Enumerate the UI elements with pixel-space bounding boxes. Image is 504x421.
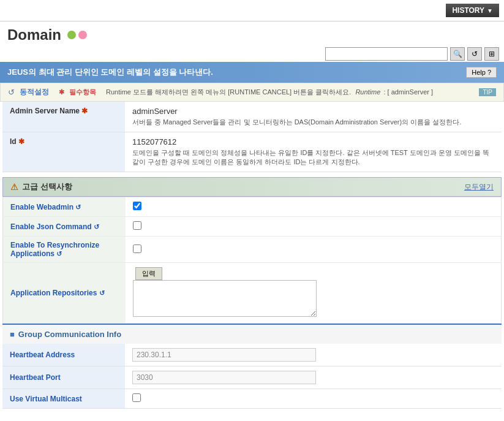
- history-button[interactable]: HISTORY ▼: [446, 4, 499, 17]
- dynamic-icon: ↺: [8, 88, 15, 97]
- search-input[interactable]: [325, 47, 448, 61]
- group-comm-header: ■ Group Communication Info: [2, 324, 502, 344]
- heartbeat-port-value: [125, 366, 502, 389]
- header-text: JEUS의 최대 관리 단위인 도메인 레벨의 설정을 나타낸다.: [7, 67, 213, 78]
- app-repo-refresh-icon: ↺: [99, 289, 105, 297]
- enable-webadmin-checkbox[interactable]: [133, 202, 141, 210]
- virtual-multicast-label: Use Virtual Multicast: [2, 389, 125, 409]
- dynamic-label: 동적설정: [20, 87, 49, 97]
- enable-webadmin-value: [126, 197, 502, 217]
- group-comm-table: Heartbeat Address Heartbeat Port Use Vir…: [2, 344, 502, 409]
- history-label: HISTORY: [452, 6, 484, 15]
- enable-resync-label: Enable To Resynchronize Applications ↺: [3, 237, 126, 263]
- resync-refresh-icon: ↺: [56, 250, 62, 257]
- app-repositories-value: 입력: [126, 263, 502, 324]
- webadmin-refresh-icon: ↺: [75, 203, 81, 211]
- virtual-multicast-checkbox[interactable]: [132, 393, 141, 402]
- top-bar: HISTORY ▼: [0, 0, 504, 21]
- help-button[interactable]: Help ?: [466, 67, 497, 78]
- search-button[interactable]: 🔍: [450, 47, 465, 61]
- enable-webadmin-label: Enable Webadmin ↺: [3, 197, 126, 217]
- id-value: 1152077612: [132, 137, 494, 146]
- admin-server-value: adminServer: [132, 107, 494, 116]
- group-comm-title: Group Communication Info: [18, 330, 121, 339]
- id-row: Id ✱ 1152077612 도메인을 구성할 때 도메인의 정체성을 나타내…: [2, 132, 502, 172]
- enable-json-value: [126, 217, 502, 237]
- heartbeat-port-label: Heartbeat Port: [2, 366, 125, 389]
- id-label: Id ✱: [2, 132, 125, 172]
- id-value-cell: 1152077612 도메인을 구성할 때 도메인의 정체성을 나타내는 유일한…: [125, 132, 502, 172]
- advanced-form-table: Enable Webadmin ↺ Enable Json Command ↺ …: [2, 197, 502, 324]
- runtime-info-text: Runtime 모드를 해제하려면 왼쪽 메뉴의 [RUNTIME CANCEL…: [106, 88, 433, 97]
- virtual-multicast-row: Use Virtual Multicast: [2, 389, 502, 409]
- dot-pink-icon: [78, 31, 87, 39]
- heartbeat-port-row: Heartbeat Port: [2, 366, 502, 389]
- required-label: 필수항목: [69, 88, 96, 97]
- header-bar: JEUS의 최대 관리 단위인 도메인 레벨의 설정을 나타낸다. Help ?: [0, 62, 504, 83]
- grid-button[interactable]: ⊞: [484, 47, 499, 61]
- id-desc: 도메인을 구성할 때 도메인의 정체성을 나타내는 유일한 ID를 지정한다. …: [132, 148, 494, 167]
- enable-resync-value: [126, 237, 502, 263]
- info-bar: ↺ 동적설정 ✱ 필수항목 Runtime 모드를 해제하려면 왼쪽 메뉴의 […: [0, 83, 504, 102]
- app-repositories-row: Application Repositories ↺ 입력: [3, 263, 502, 324]
- json-refresh-icon: ↺: [94, 223, 99, 230]
- enable-json-label: Enable Json Command ↺: [3, 217, 126, 237]
- virtual-multicast-value: [125, 389, 502, 409]
- admin-server-row: Admin Server Name ✱ adminServer 서버들 중 Ma…: [2, 102, 502, 132]
- admin-server-value-cell: adminServer 서버들 중 Managed Server들을 관리 및 …: [125, 102, 502, 132]
- heartbeat-address-input[interactable]: [132, 348, 316, 362]
- heartbeat-port-input[interactable]: [132, 371, 316, 384]
- admin-server-required-icon: ✱: [81, 107, 88, 115]
- enable-resync-checkbox[interactable]: [133, 245, 141, 253]
- warning-icon: ⚠: [10, 182, 18, 192]
- search-bar: 🔍 ↺ ⊞: [0, 46, 504, 62]
- tip-badge: TIP: [479, 88, 496, 96]
- title-area: Domain: [0, 21, 504, 46]
- enable-webadmin-row: Enable Webadmin ↺: [3, 197, 502, 217]
- admin-server-desc: 서버들 중 Managed Server들을 관리 및 모니터링하는 DAS(D…: [132, 118, 494, 127]
- app-repositories-textarea[interactable]: [133, 280, 317, 317]
- enable-resync-row: Enable To Resynchronize Applications ↺: [3, 237, 502, 263]
- heartbeat-address-value: [125, 344, 502, 366]
- refresh-button[interactable]: ↺: [467, 47, 482, 61]
- app-repositories-label: Application Repositories ↺: [3, 263, 126, 324]
- advanced-section-header[interactable]: ⚠ 고급 선택사항 모두열기: [2, 177, 502, 197]
- page-title: Domain: [7, 26, 61, 44]
- group-comm-icon: ■: [10, 330, 15, 339]
- enable-json-checkbox[interactable]: [133, 221, 141, 230]
- heartbeat-address-row: Heartbeat Address: [2, 344, 502, 366]
- main-content: Admin Server Name ✱ adminServer 서버들 중 Ma…: [0, 102, 504, 409]
- app-repo-input-button[interactable]: 입력: [135, 267, 162, 280]
- expand-all-link[interactable]: 모두열기: [464, 182, 494, 192]
- id-required-icon: ✱: [18, 137, 24, 146]
- advanced-title: ⚠ 고급 선택사항: [10, 181, 72, 192]
- chevron-down-icon: ▼: [487, 7, 493, 14]
- dot-green-icon: [67, 31, 76, 39]
- admin-server-label: Admin Server Name ✱: [2, 102, 125, 132]
- asterisk-icon: ✱: [59, 88, 64, 96]
- heartbeat-address-label: Heartbeat Address: [2, 344, 125, 366]
- enable-json-row: Enable Json Command ↺: [3, 217, 502, 237]
- main-form-table: Admin Server Name ✱ adminServer 서버들 중 Ma…: [2, 102, 502, 172]
